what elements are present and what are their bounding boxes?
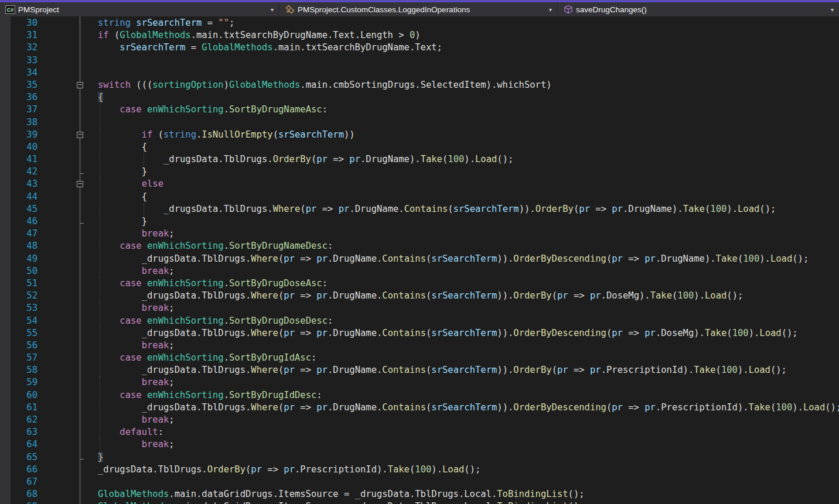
line-number: 48: [11, 240, 37, 252]
code-line: 42 }: [0, 166, 839, 178]
code-text: break;: [98, 265, 175, 277]
line-number: 33: [11, 54, 37, 67]
fold-collapse-button[interactable]: −: [77, 132, 83, 138]
code-line: 35−switch (((sortingOption)GlobalMethods…: [0, 79, 839, 91]
code-line: 49 _drugsData.TblDrugs.Where(pr => pr.Dr…: [0, 253, 839, 265]
code-line: 58 _drugsData.TblDrugs.Where(pr => pr.Dr…: [0, 364, 839, 376]
member-dropdown[interactable]: saveDrugChanges() ▾: [558, 2, 839, 16]
code-text: _drugsData.TblDrugs.OrderBy(pr => pr.Pre…: [98, 464, 480, 476]
code-line: 30string srSearchTerm = "";: [0, 17, 839, 29]
code-text: break;: [98, 302, 175, 314]
code-text: switch (((sortingOption)GlobalMethods.ma…: [98, 79, 552, 91]
code-text: break;: [98, 438, 175, 451]
line-number: 49: [11, 253, 37, 265]
code-text: _drugsData.TblDrugs.Where(pr => pr.DrugN…: [98, 290, 743, 302]
code-line: 37 case enWhichSorting.SortByDrugNameAsc…: [0, 104, 839, 116]
code-text: {: [98, 91, 103, 104]
code-line: 69GlobalMethods.main.dataGridDrugs.Items…: [0, 500, 839, 504]
code-line: 59 break;: [0, 376, 839, 389]
indent-guide: [100, 116, 100, 129]
code-line: 53 break;: [0, 302, 839, 314]
line-number: 54: [11, 315, 37, 327]
line-number: 44: [11, 191, 37, 203]
fold-collapse-button[interactable]: −: [77, 82, 83, 88]
code-line: 68GlobalMethods.main.dataGridDrugs.Items…: [0, 488, 839, 500]
code-text: if (string.IsNullOrEmpty(srSearchTerm)): [98, 129, 355, 141]
code-line: 52 _drugsData.TblDrugs.Where(pr => pr.Dr…: [0, 290, 839, 302]
code-text: _drugsData.TblDrugs.Where(pr => pr.DrugN…: [98, 402, 839, 414]
line-number: 61: [11, 402, 37, 414]
line-number: 59: [11, 376, 37, 389]
code-text: _drugsData.TblDrugs.Where(pr => pr.DrugN…: [98, 327, 798, 340]
code-text: _drugsData.TblDrugs.OrderBy(pr => pr.Dru…: [98, 153, 513, 166]
line-number: 31: [11, 29, 37, 42]
line-number: 47: [11, 228, 37, 240]
line-number: 30: [11, 17, 37, 29]
code-text: srSearchTerm = GlobalMethods.main.txtSea…: [98, 42, 442, 54]
line-number: 64: [11, 438, 37, 451]
code-line: 45 _drugsData.TblDrugs.Where(pr => pr.Dr…: [0, 203, 839, 215]
code-editor[interactable]: 30string srSearchTerm = "";31if (GlobalM…: [0, 16, 839, 504]
line-number: 35: [11, 79, 37, 91]
line-number: 46: [11, 215, 37, 228]
line-number: 58: [11, 364, 37, 376]
line-number: 53: [11, 302, 37, 314]
code-text: break;: [98, 376, 175, 389]
type-dropdown[interactable]: PMSproject.CustomClasses.LoggedInOperati…: [279, 2, 558, 16]
line-number: 39: [11, 129, 37, 141]
project-dropdown[interactable]: C# PMSproject ▾: [0, 2, 279, 16]
code-text: case enWhichSorting.SortByDrugNameAsc:: [98, 104, 328, 116]
chevron-down-icon: ▾: [266, 6, 274, 13]
code-text: _drugsData.TblDrugs.Where(pr => pr.DrugN…: [98, 203, 776, 215]
code-line: 44 {: [0, 191, 839, 203]
line-number: 51: [11, 277, 37, 290]
line-number: 57: [11, 352, 37, 364]
code-line: 66_drugsData.TblDrugs.OrderBy(pr => pr.P…: [0, 464, 839, 476]
class-icon: [285, 5, 295, 15]
line-number: 67: [11, 476, 37, 488]
line-number: 50: [11, 265, 37, 277]
code-text: }: [98, 451, 103, 464]
code-line: 51 case enWhichSorting.SortByDrugDoseAsc…: [0, 277, 839, 290]
code-text: _drugsData.TblDrugs.Where(pr => pr.DrugN…: [98, 364, 787, 376]
code-line: 65}: [0, 451, 839, 464]
code-line: 43− else: [0, 178, 839, 190]
line-number: 40: [11, 141, 37, 153]
line-number: 56: [11, 340, 37, 352]
code-text: case enWhichSorting.SortByDrugIdAsc:: [98, 352, 316, 364]
line-number: 68: [11, 488, 37, 500]
code-line: 61 _drugsData.TblDrugs.Where(pr => pr.Dr…: [0, 402, 839, 414]
code-text: default:: [98, 426, 163, 438]
code-text: GlobalMethods.main.dataGridDrugs.ItemsSo…: [98, 488, 585, 500]
line-number: 52: [11, 290, 37, 302]
line-number: 45: [11, 203, 37, 215]
line-number: 60: [11, 389, 37, 402]
code-line: 54 case enWhichSorting.SortByDrugDoseDes…: [0, 315, 839, 327]
method-icon: [563, 5, 573, 15]
code-line: 62 break;: [0, 414, 839, 426]
code-line: 47 break;: [0, 228, 839, 240]
code-text: }: [98, 166, 147, 178]
fold-collapse-button[interactable]: −: [77, 181, 83, 187]
code-text: case enWhichSorting.SortByDrugIdDesc:: [98, 389, 322, 402]
navigation-bar: C# PMSproject ▾ PMSproject.CustomClasses…: [0, 2, 839, 16]
code-area[interactable]: 30string srSearchTerm = "";31if (GlobalM…: [0, 17, 839, 504]
code-line: 67: [0, 476, 839, 488]
code-text: if (GlobalMethods.main.txtSearchByDrugNa…: [98, 29, 421, 42]
fold-end-marker: [80, 173, 84, 174]
code-line: 31if (GlobalMethods.main.txtSearchByDrug…: [0, 29, 839, 42]
code-text: GlobalMethods.main.dataGridDrugs.ItemsSo…: [98, 500, 585, 504]
code-line: 56 break;: [0, 340, 839, 352]
code-text: case enWhichSorting.SortByDrugNameDesc:: [98, 240, 333, 252]
code-text: {: [98, 141, 147, 153]
code-text: case enWhichSorting.SortByDrugDoseAsc:: [98, 277, 328, 290]
csharp-project-icon: C#: [5, 5, 15, 15]
line-number: 34: [11, 67, 37, 79]
code-text: break;: [98, 414, 175, 426]
code-text: case enWhichSorting.SortByDrugDoseDesc:: [98, 315, 333, 327]
line-number: 42: [11, 166, 37, 178]
code-line: 60 case enWhichSorting.SortByDrugIdDesc:: [0, 389, 839, 402]
type-dropdown-label: PMSproject.CustomClasses.LoggedInOperati…: [298, 5, 470, 14]
code-line: 48 case enWhichSorting.SortByDrugNameDes…: [0, 240, 839, 252]
code-line: 46 }: [0, 215, 839, 228]
